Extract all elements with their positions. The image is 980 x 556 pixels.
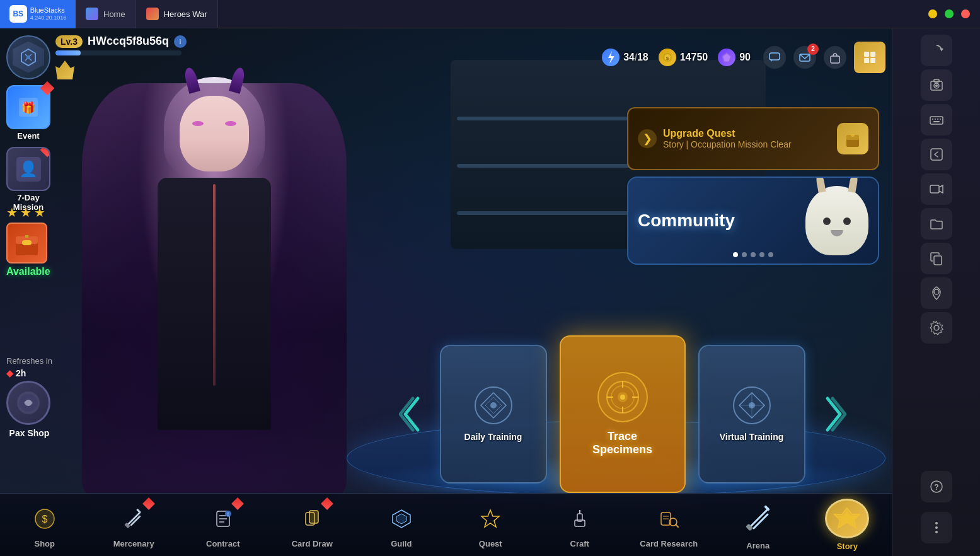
daily-training-icon	[475, 386, 512, 424]
tab-home[interactable]: Home	[76, 0, 136, 28]
energy-resource: 34/18	[602, 49, 648, 66]
contract-label: Contract	[206, 539, 239, 548]
shop-label: Shop	[35, 539, 55, 548]
trace-specimens-icon	[597, 372, 648, 422]
sidebar-settings[interactable]	[921, 312, 952, 344]
nav-card-research[interactable]: Card Research	[625, 494, 714, 556]
top-hud: Lv.3 HWccq5f8u56q i 34/18	[6, 35, 885, 79]
bottom-navigation: $ Shop Mercenary	[0, 493, 892, 556]
svg-rect-16	[870, 58, 875, 63]
available-section: ★ ★ ★ Available	[6, 205, 50, 277]
event-button[interactable]: 🎁 Event	[6, 85, 50, 141]
mail-button[interactable]: 2	[793, 46, 816, 69]
sidebar-copy[interactable]	[921, 243, 952, 274]
dot-1	[733, 252, 738, 257]
tab-game[interactable]: Heroes War	[136, 0, 218, 28]
top-action-icons: 2	[763, 42, 885, 73]
story-label: Story	[837, 542, 858, 551]
maximize-button[interactable]	[945, 9, 954, 18]
level-badge: Lv.3	[55, 35, 83, 48]
sidebar-screenshot[interactable]	[921, 69, 952, 101]
menu-grid-button[interactable]	[854, 42, 885, 73]
nav-contract[interactable]: ! Contract	[178, 494, 268, 556]
info-icon[interactable]: i	[174, 35, 187, 48]
community-banner[interactable]: Community	[627, 177, 879, 265]
bag-button[interactable]	[824, 46, 846, 69]
daily-training-label: Daily Training	[464, 432, 522, 442]
contract-icon-container: !	[205, 501, 240, 536]
left-panel-buttons: 🎁 Event 👤 7-Day Mission	[6, 85, 50, 212]
action-right-arrow[interactable]	[818, 389, 850, 439]
bs-icon: BS	[9, 5, 27, 23]
star-3: ★	[34, 205, 45, 220]
quest-label: Quest	[479, 539, 502, 548]
sidebar-help[interactable]: ?	[921, 471, 952, 502]
nav-guild[interactable]: Guild	[357, 494, 446, 556]
action-left-arrow[interactable]	[396, 389, 427, 439]
minimize-button[interactable]	[928, 9, 937, 18]
pax-label: Pax Shop	[6, 428, 52, 438]
nav-quest[interactable]: Quest	[446, 494, 536, 556]
svg-rect-10	[770, 53, 780, 60]
sidebar-rotate[interactable]	[921, 35, 952, 66]
banner-chevron: ❯	[638, 129, 657, 148]
svg-point-91	[934, 325, 939, 330]
svg-point-39	[620, 395, 625, 400]
close-button[interactable]	[961, 9, 970, 18]
craft-label: Craft	[570, 539, 589, 548]
daily-training-card[interactable]: Daily Training	[440, 345, 547, 484]
dot-2	[742, 252, 747, 257]
banner-title: Upgrade Quest	[663, 128, 831, 139]
sidebar-keyboard[interactable]	[921, 104, 952, 136]
star-1: ★	[6, 205, 18, 220]
sidebar-folder[interactable]	[921, 208, 952, 240]
card-research-icon-container	[652, 501, 686, 536]
eye-left	[192, 121, 204, 126]
nav-card-draw[interactable]: Card Draw	[268, 494, 357, 556]
game-tab-icon	[146, 8, 159, 20]
star-2: ★	[20, 205, 32, 220]
reward-chest[interactable]	[6, 223, 47, 264]
svg-point-43	[749, 402, 755, 408]
pax-shop-section: Refreshes in ◆2h Pax Shop	[6, 356, 52, 438]
svg-point-79	[935, 84, 938, 87]
sidebar-back[interactable]	[921, 139, 952, 170]
game-area: Lv.3 HWccq5f8u56q i 34/18	[0, 28, 892, 556]
window-controls	[918, 9, 980, 18]
craft-icon-container	[562, 501, 597, 536]
sidebar-video[interactable]	[921, 173, 952, 205]
sidebar-extra[interactable]	[921, 512, 952, 543]
card-draw-label: Card Draw	[292, 539, 333, 548]
mission-button[interactable]: 👤 7-Day Mission	[6, 147, 50, 212]
character-torso	[158, 178, 271, 430]
gold-icon: $	[659, 49, 676, 66]
avatar-hex	[13, 42, 44, 73]
pax-shop-button[interactable]	[6, 381, 50, 425]
nav-story[interactable]: Story	[803, 494, 892, 556]
virtual-training-card[interactable]: Virtual Training	[698, 345, 805, 484]
svg-marker-62	[396, 514, 406, 524]
nav-craft[interactable]: Craft	[535, 494, 625, 556]
nav-mercenary[interactable]: Mercenary	[89, 494, 179, 556]
arena-icon-container	[739, 500, 777, 538]
svg-text:👤: 👤	[19, 159, 38, 178]
lightning-icon	[602, 49, 620, 66]
svg-rect-13	[864, 52, 869, 57]
bs-text: BlueStacks 4.240.20.1016	[30, 6, 67, 21]
svg-rect-81	[930, 117, 943, 124]
upgrade-quest-banner[interactable]: ❯ Upgrade Quest Story | Occupation Missi…	[627, 107, 879, 170]
sidebar-location[interactable]	[921, 277, 952, 309]
virtual-training-icon	[733, 386, 771, 424]
banner-text: Upgrade Quest Story | Occupation Mission…	[663, 128, 831, 149]
virtual-training-label: Virtual Training	[720, 432, 784, 442]
bluestacks-logo: BS BlueStacks 4.240.20.1016	[0, 0, 76, 28]
nav-shop[interactable]: $ Shop	[0, 494, 89, 556]
trace-specimens-card[interactable]: Trace Specimens	[560, 335, 686, 493]
player-avatar[interactable]	[6, 35, 50, 79]
nav-arena[interactable]: Arena	[713, 494, 803, 556]
banner-reward-icon	[837, 123, 868, 154]
eye-right	[225, 121, 236, 126]
svg-rect-80	[934, 79, 939, 82]
chat-button[interactable]	[763, 46, 786, 69]
character-face	[180, 96, 249, 171]
